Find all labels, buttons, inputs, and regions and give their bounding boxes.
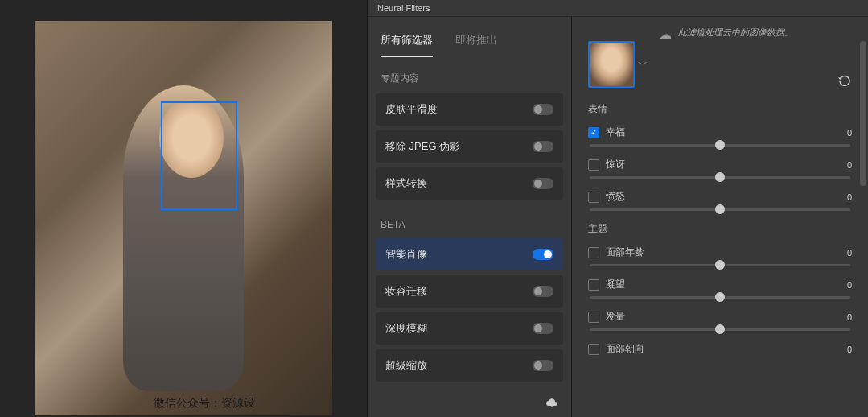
filter-style-transfer[interactable]: 样式转换 (376, 167, 563, 200)
tab-upcoming[interactable]: 即将推出 (455, 33, 497, 57)
label-age: 面部年龄 (606, 246, 644, 259)
filter-tabs: 所有筛选器 即将推出 (368, 17, 571, 57)
label-hair: 发量 (606, 310, 625, 324)
thumb-anger[interactable] (715, 204, 725, 214)
value-happy: 0 (847, 128, 852, 138)
filter-smart-portrait[interactable]: 智能肖像 (376, 238, 563, 270)
value-gaze: 0 (847, 280, 852, 290)
checkbox-gaze[interactable] (588, 279, 599, 291)
neural-filters-panel: Neural Filters 所有筛选器 即将推出 专题内容 皮肤平滑度 移除 … (367, 0, 868, 417)
toggle-smart-portrait[interactable] (533, 249, 553, 260)
reset-icon[interactable] (837, 75, 852, 89)
thumb-gaze[interactable] (715, 292, 725, 302)
thumb-age[interactable] (715, 260, 725, 270)
filter-skin-smoothing[interactable]: 皮肤平滑度 (376, 93, 563, 126)
filter-label: 移除 JPEG 伪影 (385, 139, 460, 154)
panel-title: Neural Filters (368, 0, 868, 17)
value-age: 0 (847, 248, 852, 258)
toggle-jpeg[interactable] (533, 141, 553, 152)
track-anger[interactable] (590, 208, 850, 211)
label-gaze: 凝望 (606, 278, 625, 291)
filter-label: 深度模糊 (385, 321, 427, 336)
checkbox-surprise[interactable] (588, 159, 599, 171)
label-surprise: 惊讶 (606, 158, 625, 171)
filter-list-column: 所有筛选器 即将推出 专题内容 皮肤平滑度 移除 JPEG 伪影 样式转换 BE… (368, 17, 572, 417)
toggle-depth[interactable] (533, 323, 553, 334)
section-beta: BETA (368, 204, 571, 238)
thumb-surprise[interactable] (715, 172, 725, 182)
group-subject: 主题 (588, 222, 852, 236)
filter-super-zoom[interactable]: 超级缩放 (376, 349, 563, 382)
track-happy[interactable] (590, 144, 850, 147)
checkbox-anger[interactable] (588, 192, 599, 203)
cloud-message: 此滤镜处理云中的图像数据。 (678, 27, 793, 39)
photo-content (35, 21, 332, 415)
value-anger: 0 (847, 192, 852, 202)
filter-depth-blur[interactable]: 深度模糊 (376, 312, 563, 345)
cloud-icon: ☁ (659, 27, 672, 42)
filter-makeup-transfer[interactable]: 妆容迁移 (376, 275, 563, 308)
filter-jpeg-artifacts[interactable]: 移除 JPEG 伪影 (376, 130, 563, 163)
value-direction: 0 (847, 345, 852, 354)
filter-label: 智能肖像 (385, 247, 427, 262)
slider-hair: 发量 0 (588, 310, 852, 331)
slider-anger: 愤怒 0 (588, 190, 852, 211)
toggle-skin-smoothing[interactable] (533, 104, 553, 115)
slider-age: 面部年龄 0 (588, 246, 852, 266)
watermark-text: 微信公众号：资源设 (154, 396, 255, 411)
track-surprise[interactable] (590, 176, 850, 179)
slider-happy: 幸福 0 (588, 126, 852, 147)
canvas-area: 微信公众号：资源设 (0, 0, 367, 417)
group-expression: 表情 (588, 102, 852, 116)
label-happy: 幸福 (606, 126, 625, 139)
track-hair[interactable] (590, 328, 850, 331)
value-hair: 0 (847, 312, 852, 322)
track-gaze[interactable] (590, 296, 850, 299)
chevron-down-icon[interactable]: ﹀ (638, 58, 648, 72)
document-photo[interactable]: 微信公众号：资源设 (35, 21, 332, 415)
filter-label: 超级缩放 (385, 358, 427, 373)
filter-label: 样式转换 (385, 176, 427, 191)
filter-label: 妆容迁移 (385, 284, 427, 299)
cloud-download-icon[interactable] (545, 397, 558, 411)
scrollbar[interactable] (860, 41, 866, 186)
slider-gaze: 凝望 0 (588, 278, 852, 299)
toggle-style[interactable] (533, 178, 553, 189)
tab-all-filters[interactable]: 所有筛选器 (381, 33, 433, 57)
checkbox-age[interactable] (588, 247, 599, 258)
track-age[interactable] (590, 264, 850, 266)
face-thumbnail[interactable] (588, 41, 635, 88)
value-surprise: 0 (847, 160, 852, 170)
thumb-happy[interactable] (715, 140, 725, 150)
filter-settings-column: ﹀ ☁ 此滤镜处理云中的图像数据。 表情 幸福 0 (572, 17, 868, 417)
slider-surprise: 惊讶 0 (588, 158, 852, 179)
label-direction: 面部朝向 (606, 342, 644, 356)
checkbox-happy[interactable] (588, 127, 599, 138)
checkbox-direction[interactable] (588, 344, 599, 355)
toggle-makeup[interactable] (533, 286, 553, 297)
thumb-hair[interactable] (715, 324, 725, 334)
toggle-zoom[interactable] (533, 360, 553, 371)
filter-label: 皮肤平滑度 (385, 102, 438, 117)
slider-direction: 面部朝向 0 (588, 342, 852, 356)
checkbox-hair[interactable] (588, 312, 599, 323)
label-anger: 愤怒 (606, 190, 625, 204)
section-featured: 专题内容 (368, 57, 571, 93)
